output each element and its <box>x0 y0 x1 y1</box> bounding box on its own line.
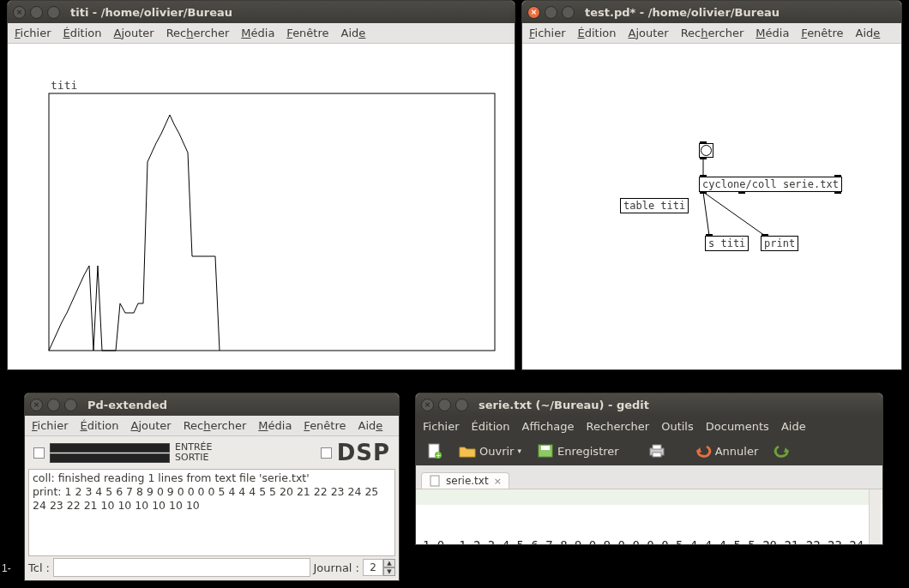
menu-edition[interactable]: Édition <box>81 419 119 432</box>
menu-ajouter[interactable]: Ajouter <box>130 419 171 432</box>
tab-serie[interactable]: serie.txt × <box>421 472 509 489</box>
menu-media[interactable]: Média <box>755 27 789 39</box>
menu-ajouter[interactable]: Ajouter <box>113 27 154 39</box>
menu-fichier[interactable]: Fichier <box>32 419 69 432</box>
tcl-input[interactable] <box>53 558 310 577</box>
save-label: Enregistrer <box>557 445 619 458</box>
pd-object-text: print <box>764 237 795 249</box>
open-label: Ouvrir <box>479 445 514 458</box>
minimize-icon[interactable] <box>545 6 557 19</box>
minimize-icon[interactable] <box>47 399 60 411</box>
maximize-icon[interactable] <box>562 6 575 19</box>
menu-media[interactable]: Média <box>258 419 292 432</box>
menu-aide[interactable]: Aide <box>781 420 806 433</box>
menu-rechercher[interactable]: Rechercher <box>587 420 650 433</box>
svg-rect-11 <box>653 453 661 457</box>
checkbox-dsp[interactable] <box>321 447 332 459</box>
menu-aide[interactable]: Aide <box>856 27 881 39</box>
minimize-icon[interactable] <box>30 6 43 19</box>
pd-object-print[interactable]: print <box>761 236 798 251</box>
open-button[interactable]: Ouvrir ▾ <box>454 440 527 462</box>
label-tcl: Tcl : <box>28 561 50 574</box>
menu-fichier[interactable]: Fichier <box>423 420 460 433</box>
checkbox-input-meter[interactable] <box>33 447 45 459</box>
menu-fenetre[interactable]: Fenêtre <box>304 419 346 432</box>
close-icon[interactable]: × <box>421 399 434 411</box>
gedit-tabbar: serie.txt × <box>416 465 882 489</box>
close-icon[interactable]: × <box>527 6 540 19</box>
svg-text:+: + <box>436 452 442 459</box>
pdext-body: ENTRÉE SORTIE DSP coll: finished reading… <box>25 436 399 580</box>
minimize-icon[interactable] <box>438 399 451 411</box>
pd-object-coll[interactable]: cyclone/coll serie.txt <box>699 177 842 192</box>
redo-button[interactable] <box>768 440 796 462</box>
pd-bang[interactable] <box>699 143 713 158</box>
new-doc-button[interactable]: + <box>421 440 448 462</box>
menu-affichage[interactable]: Affichage <box>521 420 574 433</box>
label-dsp: DSP <box>337 440 390 465</box>
gedit-editor[interactable]: 1 0, 1 2 3 4 5 6 7 8 9 0 9 0 0 0 0 5 4 4… <box>416 489 882 545</box>
titlebar-titi[interactable]: × titi - /home/olivier/Bureau <box>8 1 515 23</box>
file-icon <box>429 475 441 487</box>
menu-fenetre[interactable]: Fenêtre <box>286 27 328 39</box>
redo-icon <box>774 442 791 459</box>
log-line: coll: finished reading 1 lines from text… <box>33 471 310 484</box>
pd-object-text: s titi <box>708 237 745 249</box>
undo-icon <box>695 442 712 459</box>
folder-open-icon <box>459 442 476 459</box>
save-button[interactable]: Enregistrer <box>532 440 624 462</box>
undo-label: Annuler <box>715 445 759 458</box>
close-icon[interactable]: × <box>13 6 26 19</box>
label-journal: Journal : <box>314 561 359 574</box>
pd-canvas-test[interactable]: cyclone/coll serie.txt table titi s titi… <box>522 44 901 369</box>
menubar-titi: Fichier Édition Ajouter Rechercher Média… <box>8 23 515 44</box>
menu-outils[interactable]: Outils <box>661 420 694 433</box>
menu-media[interactable]: Média <box>241 27 274 39</box>
titlebar-gedit[interactable]: × serie.txt (~/Bureau) - gedit <box>416 393 882 416</box>
label-sortie: SORTIE <box>175 453 212 463</box>
menu-rechercher[interactable]: Rechercher <box>681 27 744 39</box>
pd-object-text: cyclone/coll serie.txt <box>702 178 839 190</box>
close-icon[interactable]: × <box>30 399 43 411</box>
spin-up-icon[interactable]: ▲ <box>383 559 395 567</box>
tab-close-icon[interactable]: × <box>494 476 502 487</box>
maximize-icon[interactable] <box>455 399 468 411</box>
menubar-testpd: Fichier Édition Ajouter Rechercher Média… <box>522 23 901 44</box>
menubar-pdext: Fichier Édition Ajouter Rechercher Média… <box>25 416 399 436</box>
menu-documents[interactable]: Documents <box>706 420 769 433</box>
svg-line-2 <box>703 192 709 236</box>
menu-edition[interactable]: Édition <box>578 27 617 39</box>
menu-aide[interactable]: Aide <box>358 419 383 432</box>
svg-rect-12 <box>430 476 439 486</box>
desktop-fragment: 1- <box>2 562 11 574</box>
maximize-icon[interactable] <box>47 6 60 19</box>
maximize-icon[interactable] <box>64 399 77 411</box>
menu-edition[interactable]: Édition <box>63 27 102 39</box>
log-line: print: 1 2 3 4 5 6 7 8 9 0 9 0 0 0 0 5 4… <box>33 485 382 512</box>
menu-rechercher[interactable]: Rechercher <box>184 419 247 432</box>
menu-fenetre[interactable]: Fenêtre <box>801 27 843 39</box>
pd-console-log[interactable]: coll: finished reading 1 lines from text… <box>28 469 395 556</box>
titlebar-pdext[interactable]: × Pd-extended <box>25 393 399 416</box>
menu-ajouter[interactable]: Ajouter <box>628 27 668 39</box>
pd-object-table[interactable]: table titi <box>620 198 689 213</box>
undo-button[interactable]: Annuler <box>689 440 764 462</box>
svg-rect-8 <box>541 446 550 450</box>
spin-down-icon[interactable]: ▼ <box>383 567 395 576</box>
window-testpd: × test.pd* - /home/olivier/Bureau Fichie… <box>521 0 902 370</box>
menu-fichier[interactable]: Fichier <box>529 27 566 39</box>
window-gedit: × serie.txt (~/Bureau) - gedit Fichier É… <box>415 393 883 545</box>
array-graph <box>8 44 515 369</box>
menu-aide[interactable]: Aide <box>341 27 366 39</box>
pd-canvas-titi[interactable]: titi <box>8 44 515 369</box>
menu-fichier[interactable]: Fichier <box>15 27 51 39</box>
titlebar-testpd[interactable]: × test.pd* - /home/olivier/Bureau <box>522 1 901 23</box>
journal-value[interactable]: 2 <box>363 559 383 576</box>
window-title: Pd-extended <box>87 399 167 411</box>
window-title: test.pd* - /home/olivier/Bureau <box>585 6 780 19</box>
tab-label: serie.txt <box>446 475 489 487</box>
menu-rechercher[interactable]: Rechercher <box>166 27 230 39</box>
print-button[interactable] <box>643 440 671 462</box>
pd-object-send[interactable]: s titi <box>705 236 749 251</box>
menu-edition[interactable]: Édition <box>472 420 510 433</box>
